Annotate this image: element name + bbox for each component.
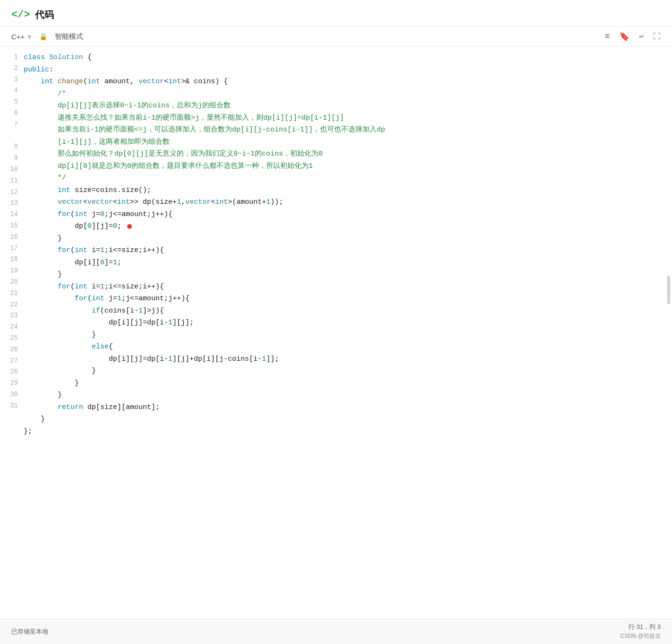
code-line-6: 递推关系怎么找？如果当前i-1的硬币面额>j，显然不能加入，则dp[i][j]=… [24, 112, 661, 124]
code-content[interactable]: 1 2 3 4 5 6 7 8 9 10 11 12 13 14 15 16 1… [0, 47, 672, 618]
status-right: 行 31，列 3 CSDN @司徒北 [620, 623, 661, 640]
code-line-7b: [i-1][j]，这两者相加即为组合数 [24, 136, 661, 148]
language-label: C++ [11, 33, 25, 41]
code-line-15: } [24, 233, 661, 245]
code-line-8: 那么如何初始化？dp[0][j]是无意义的，因为我们定义0~i-1的coins，… [24, 148, 661, 160]
lock-icon: 🔒 [39, 33, 47, 41]
code-line-12: vector < vector < int >> dp(size+ 1 , ve… [24, 196, 661, 209]
save-status: 已存储至本地 [11, 627, 48, 636]
toolbar: C++ ∨ 🔒 智能模式 ≡ 🔖 ↩ ⛶ [0, 26, 672, 47]
scrollbar[interactable] [667, 276, 670, 304]
bookmark-icon[interactable]: 🔖 [619, 31, 629, 42]
smart-mode-label: 智能模式 [55, 32, 83, 41]
main-window: </> 代码 C++ ∨ 🔒 智能模式 ≡ 🔖 ↩ ⛶ 1 2 3 4 [0, 0, 672, 644]
code-line-24: else { [24, 341, 661, 353]
code-line-27: } [24, 377, 661, 390]
code-icon: </> [11, 9, 30, 21]
toolbar-left: C++ ∨ 🔒 智能模式 [11, 32, 83, 41]
code-line-13: for ( int j= 0 ;j<=amount;j++){ [24, 209, 661, 221]
code-line-23: } [24, 329, 661, 341]
title-bar: </> 代码 [0, 0, 672, 26]
code-line-7a: 如果当前i-1的硬币面额<=j，可以选择加入，组合数为dp[i][j-coins… [24, 124, 661, 136]
red-annotation-dot [127, 224, 132, 229]
code-line-21: if (coins[i- 1 ]>j){ [24, 305, 661, 317]
code-line-14: dp[ 0 ][j]= 0 ; [24, 220, 661, 233]
code-line-11: int size=coins.size(); [24, 184, 661, 197]
code-line-31: }; [24, 426, 661, 438]
code-line-9: dp[i][0]就是总和为0的组合数，题目要求什么都不选也算一种，所以初始化为1 [24, 160, 661, 173]
status-bar: 已存储至本地 行 31，列 3 CSDN @司徒北 [0, 618, 672, 644]
code-line-3: int change ( int amount, vector < int >&… [24, 76, 661, 88]
code-line-22: dp[i][j]=dp[i- 1 ][j]; [24, 317, 661, 329]
code-line-5: dp[i][j]表示选择0~i-1的coins，总和为j的组合数 [24, 100, 661, 112]
toolbar-right: ≡ 🔖 ↩ ⛶ [605, 31, 661, 42]
fullscreen-icon[interactable]: ⛶ [653, 32, 661, 41]
code-line-16: for ( int i= 1 ;i<=size;i++){ [24, 244, 661, 257]
code-line-1: class Solution { [24, 52, 661, 64]
line-numbers: 1 2 3 4 5 6 7 8 9 10 11 12 13 14 15 16 1… [0, 52, 24, 614]
code-lines: class Solution { public : int change [24, 52, 672, 614]
code-line-20: for ( int j= 1 ;j<=amount;j++){ [24, 293, 661, 305]
code-line-10: */ [24, 172, 661, 184]
code-line-4: /* [24, 88, 661, 100]
undo-icon[interactable]: ↩ [639, 32, 644, 41]
cursor-position: 行 31，列 3 [629, 623, 661, 631]
code-line-17: dp[i][ 0 ]= 1 ; [24, 257, 661, 269]
code-line-18: } [24, 269, 661, 281]
code-line-29: return dp[size][amount]; [24, 401, 661, 414]
page-title: 代码 [35, 9, 54, 21]
code-line-25: dp[i][j]=dp[i- 1 ][j]+dp[i][j-coins[i- 1… [24, 353, 661, 366]
chevron-down-icon: ∨ [27, 33, 32, 40]
code-line-28: } [24, 389, 661, 401]
source-label: CSDN @司徒北 [620, 632, 661, 640]
code-line-19: for ( int i= 1 ;i<=size;i++){ [24, 281, 661, 293]
menu-icon[interactable]: ≡ [605, 32, 610, 41]
code-line-30: } [24, 413, 661, 426]
language-selector[interactable]: C++ ∨ [11, 33, 32, 41]
code-area: 1 2 3 4 5 6 7 8 9 10 11 12 13 14 15 16 1… [0, 47, 672, 618]
code-line-26: } [24, 365, 661, 377]
code-line-2: public : [24, 64, 661, 76]
kw-class: class [24, 52, 45, 64]
